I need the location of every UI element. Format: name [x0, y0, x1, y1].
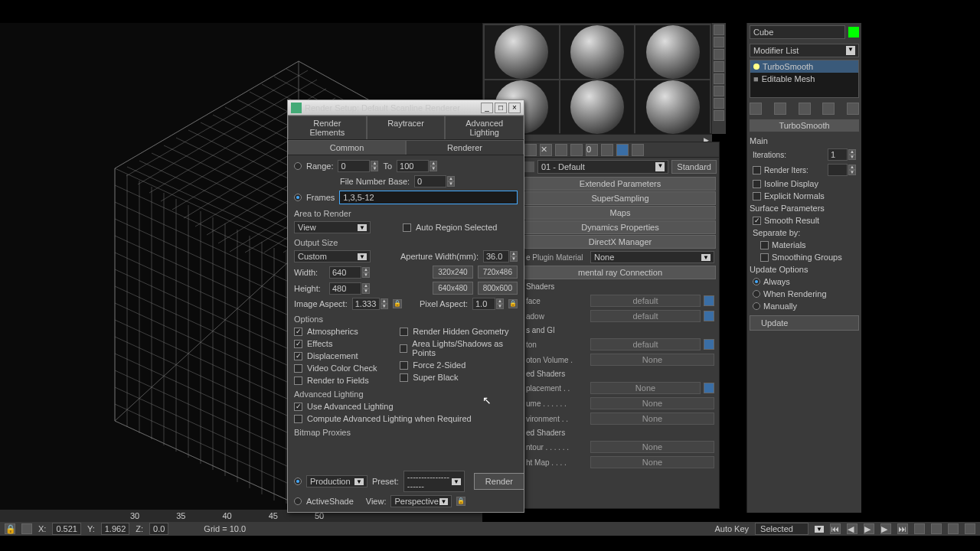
- assign-icon[interactable]: [555, 144, 567, 156]
- activeshade-radio[interactable]: [294, 497, 302, 505]
- rollout-maps[interactable]: Maps: [524, 206, 716, 220]
- prev-frame-icon[interactable]: ◀: [847, 523, 858, 534]
- stack-item-turbosmooth[interactable]: TurboSmooth: [750, 60, 858, 73]
- make-unique-icon[interactable]: [601, 144, 613, 156]
- option-checkbox[interactable]: [294, 364, 302, 373]
- y-coord[interactable]: 1.962: [101, 523, 130, 535]
- width-field[interactable]: ▲▼: [329, 266, 370, 279]
- aspect-lock-icon[interactable]: 🔒: [393, 299, 402, 308]
- preset-dropdown[interactable]: ---------------------▼: [403, 471, 465, 492]
- mr-slot[interactable]: default: [590, 310, 701, 322]
- auto-region-checkbox[interactable]: [403, 223, 411, 232]
- tab-raytracer[interactable]: Raytracer: [367, 116, 446, 139]
- minimize-button[interactable]: _: [481, 103, 493, 113]
- option-checkbox[interactable]: [400, 344, 407, 353]
- modifier-list-dropdown[interactable]: Modifier List▼: [750, 44, 859, 57]
- pick-material-icon[interactable]: [524, 161, 534, 172]
- rollout-supersampling[interactable]: SuperSampling: [524, 191, 716, 205]
- mr-slot[interactable]: None: [590, 382, 701, 394]
- close-button[interactable]: ×: [508, 103, 521, 113]
- object-name-field[interactable]: Cube: [750, 25, 845, 39]
- rollout-directx[interactable]: DirectX Manager: [524, 235, 716, 249]
- option-checkbox[interactable]: [294, 377, 302, 385]
- mr-slot[interactable]: None: [590, 412, 714, 425]
- option-checkbox[interactable]: [400, 328, 408, 336]
- option-checkbox[interactable]: [294, 328, 302, 336]
- mr-slot[interactable]: default: [590, 338, 701, 350]
- maximize-button[interactable]: □: [495, 103, 507, 113]
- view-lock-icon[interactable]: 🔒: [456, 497, 466, 506]
- tab-renderer[interactable]: Renderer: [406, 140, 524, 155]
- material-type-button[interactable]: Standard: [671, 160, 717, 174]
- option-checkbox[interactable]: [400, 361, 408, 370]
- sep-smoothing-checkbox[interactable]: [760, 253, 769, 262]
- material-slot[interactable]: [635, 25, 710, 79]
- preset-640x480[interactable]: 640x480: [433, 282, 472, 295]
- show-map-icon[interactable]: [632, 144, 644, 156]
- render-button[interactable]: Render: [474, 473, 524, 490]
- show-end-icon[interactable]: [774, 103, 786, 115]
- output-size-dropdown[interactable]: Custom▼: [294, 250, 371, 262]
- image-aspect-field[interactable]: ▲▼: [352, 298, 388, 310]
- explicit-normals-checkbox[interactable]: [753, 192, 761, 201]
- update-always-radio[interactable]: [753, 278, 760, 285]
- mr-slot[interactable]: default: [590, 295, 701, 307]
- options-icon[interactable]: [714, 98, 724, 109]
- range-to-field[interactable]: ▲▼: [397, 160, 437, 172]
- preset-320x240[interactable]: 320x240: [433, 266, 472, 279]
- mr-toggle-icon[interactable]: [704, 339, 714, 350]
- pixel-aspect-field[interactable]: ▲▼: [472, 298, 504, 310]
- height-field[interactable]: ▲▼: [329, 282, 370, 295]
- frames-radio[interactable]: [294, 194, 302, 201]
- material-slot[interactable]: [560, 80, 635, 134]
- frames-input[interactable]: 1,3,5-12: [339, 191, 518, 204]
- make-unique-icon[interactable]: [799, 103, 811, 115]
- configure-icon[interactable]: [847, 103, 859, 115]
- preset-800x600[interactable]: 800x600: [478, 282, 518, 295]
- option-checkbox[interactable]: [400, 373, 408, 382]
- mr-toggle-icon[interactable]: [704, 383, 714, 393]
- make-copy-icon[interactable]: 0: [586, 144, 598, 156]
- mr-slot[interactable]: None: [590, 441, 714, 453]
- autokey-button[interactable]: Auto Key: [714, 524, 749, 533]
- goto-start-icon[interactable]: ⏮: [830, 523, 841, 534]
- video-check-icon[interactable]: [714, 73, 724, 84]
- preview-icon[interactable]: [714, 86, 724, 96]
- update-button[interactable]: Update: [750, 315, 859, 331]
- bulb-icon[interactable]: [753, 64, 760, 70]
- production-radio[interactable]: [294, 478, 302, 485]
- pixel-lock-icon[interactable]: 🔒: [508, 299, 518, 308]
- use-adv-lighting-checkbox[interactable]: [294, 403, 302, 411]
- option-checkbox[interactable]: [294, 352, 302, 360]
- render-iters-field[interactable]: ▲▼: [828, 164, 856, 176]
- lock-icon[interactable]: 🔒: [5, 523, 15, 534]
- backlight-icon[interactable]: [714, 37, 724, 47]
- object-color-swatch[interactable]: [848, 27, 859, 37]
- get-material-icon[interactable]: [524, 144, 537, 156]
- smooth-result-checkbox[interactable]: [753, 217, 761, 225]
- select-by-mat-icon[interactable]: [714, 110, 724, 121]
- preset-720x486[interactable]: 720x486: [478, 266, 518, 279]
- update-manual-radio[interactable]: [753, 302, 760, 310]
- material-name-dropdown[interactable]: 01 - Default▼: [537, 160, 668, 174]
- mr-slot[interactable]: None: [590, 354, 714, 366]
- tab-common[interactable]: Common: [288, 140, 406, 155]
- tab-render-elements[interactable]: Render Elements: [288, 116, 367, 139]
- remove-mod-icon[interactable]: [822, 103, 835, 115]
- area-dropdown[interactable]: View▼: [294, 221, 371, 233]
- stack-item-editable-mesh[interactable]: ■Editable Mesh: [750, 73, 858, 85]
- key-filter-dropdown[interactable]: Selected: [755, 523, 808, 535]
- tab-advanced-lighting[interactable]: Advanced Lighting: [445, 116, 524, 139]
- put-library-icon[interactable]: [616, 144, 629, 156]
- plugin-material-dropdown[interactable]: None▼: [590, 251, 714, 263]
- compute-adv-lighting-checkbox[interactable]: [294, 415, 302, 423]
- x-coord[interactable]: 0.521: [52, 523, 81, 535]
- put-to-scene-icon[interactable]: ✕: [540, 144, 552, 156]
- z-coord[interactable]: 0.0: [149, 523, 168, 535]
- dialog-titlebar[interactable]: Render Setup: Default Scanline Renderer …: [288, 100, 524, 116]
- update-render-radio[interactable]: [753, 290, 760, 298]
- background-icon[interactable]: [714, 49, 724, 60]
- sample-uv-icon[interactable]: [714, 61, 724, 72]
- material-slot[interactable]: [635, 80, 710, 134]
- option-checkbox[interactable]: [294, 340, 302, 348]
